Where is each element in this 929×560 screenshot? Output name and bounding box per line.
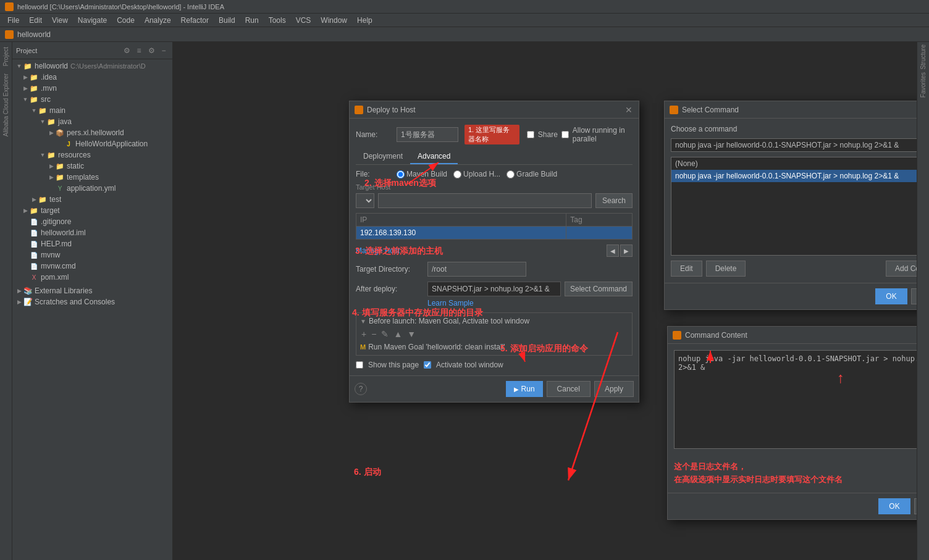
deploy-close-btn[interactable]: ✕ [624, 105, 634, 115]
close-icon[interactable]: − [159, 46, 169, 56]
arrow-ext: ▶ [15, 286, 23, 295]
menu-build[interactable]: Build [214, 15, 240, 26]
after-deploy-command: SNAPSHOT.jar > nohup.log 2>&1 & [427, 282, 561, 296]
arrow-java: ▼ [38, 117, 47, 126]
tree-item-idea[interactable]: ▶ 📁 .idea [12, 72, 172, 83]
tree-item-mvnw[interactable]: ▶ 📄 mvnw [12, 249, 172, 261]
tree-item-package[interactable]: ▶ 📦 pers.xl.helloworld [12, 127, 172, 138]
tree-item-mvnwcmd[interactable]: ▶ 📄 mvnw.cmd [12, 261, 172, 272]
cmd-content-ok-button[interactable]: OK [878, 498, 910, 514]
tree-item-templates[interactable]: ▶ 📁 templates [12, 172, 172, 183]
menu-analyze[interactable]: Analyze [140, 15, 176, 26]
cmd-content-cancel-button[interactable]: Cancel [914, 498, 917, 514]
project-bar: helloworld [0, 27, 929, 42]
settings-icon[interactable]: ⚙ [122, 46, 132, 56]
search-button[interactable]: Search [595, 193, 633, 208]
show-page-checkbox[interactable] [356, 361, 363, 369]
add-tool-btn[interactable]: + [360, 329, 368, 339]
select-cmd-footer: OK Cancel [665, 283, 917, 309]
next-btn[interactable]: ▶ [620, 244, 633, 257]
manage-host-link[interactable]: Manage Host [356, 246, 400, 255]
cancel-button[interactable]: Cancel [547, 381, 591, 397]
menu-help[interactable]: Help [352, 15, 377, 26]
title-bar: helloworld [C:\Users\Administrator\Deskt… [0, 0, 929, 14]
arrow-package: ▶ [47, 128, 56, 137]
allow-parallel-checkbox[interactable] [561, 131, 569, 138]
command-list-box: (None) nohup java -jar helloworld-0.0.1-… [671, 157, 917, 256]
tree-item-test[interactable]: ▶ 📁 test [12, 194, 172, 205]
tree-item-java[interactable]: ▼ 📁 java [12, 116, 172, 127]
command-search-input[interactable] [671, 138, 917, 152]
tree-item-pomxml[interactable]: ▶ X pom.xml [12, 272, 172, 283]
help-button[interactable]: ? [355, 383, 367, 395]
menu-window[interactable]: Window [316, 15, 352, 26]
target-dir-input[interactable] [427, 262, 526, 277]
cmd-list-item-selected[interactable]: nohup java -jar helloworld-0.0.1-SNAPSHO… [671, 170, 917, 182]
tree-item-root[interactable]: ▼ 📁 helloworld C:\Users\Administrator\D [12, 61, 172, 72]
menu-tools[interactable]: Tools [264, 15, 291, 26]
maven-goal-row: M Run Maven Goal 'helloworld: clean inst… [360, 343, 628, 351]
app-icon [5, 2, 14, 11]
menu-run[interactable]: Run [240, 15, 264, 26]
menu-vcs[interactable]: VCS [291, 15, 316, 26]
tree-item-appyml[interactable]: ▶ Y application.yml [12, 183, 172, 194]
arrow-mvn: ▶ [21, 84, 30, 93]
menu-edit[interactable]: Edit [24, 15, 47, 26]
side-label-cloud[interactable]: Alibaba Cloud Explorer [2, 73, 9, 136]
up-tool-btn[interactable]: ▲ [392, 329, 403, 339]
tree-item-mvn[interactable]: ▶ 📁 .mvn [12, 83, 172, 94]
tree-item-iml[interactable]: ▶ 📄 helloworld.iml [12, 227, 172, 238]
tree-item-src[interactable]: ▼ 📁 src [12, 94, 172, 105]
target-host-input[interactable] [378, 193, 592, 208]
cmd-content-body: nohup java -jar helloworld-0.0.1-SNAPSHO… [668, 344, 917, 493]
run-button[interactable]: ▶ Run [506, 381, 543, 397]
tree-item-help[interactable]: ▶ 📄 HELP.md [12, 238, 172, 249]
tab-deployment[interactable]: Deployment [356, 149, 410, 164]
structure-label[interactable]: Structure [920, 44, 927, 70]
radio-maven: Maven Build [397, 170, 447, 178]
menu-code[interactable]: Code [112, 15, 140, 26]
cmd-list-item-none[interactable]: (None) [671, 157, 917, 170]
select-cmd-cancel-button[interactable]: Cancel [911, 288, 917, 304]
activate-tool-window-checkbox[interactable] [424, 361, 431, 369]
apply-button[interactable]: Apply [594, 381, 634, 397]
deploy-dialog-icon [355, 106, 363, 114]
menu-view[interactable]: View [47, 15, 73, 26]
host-table: IP Tag 192.168.139.130 [356, 213, 633, 240]
gear-icon[interactable]: ⚙ [146, 46, 156, 56]
edit-button[interactable]: Edit [671, 261, 702, 277]
tree-item-scratches[interactable]: ▶ 📝 Scratches and Consoles [12, 296, 172, 307]
tree-item-resources[interactable]: ▼ 📁 resources [12, 149, 172, 161]
yaml-icon: Y [56, 184, 64, 193]
tree-item-static[interactable]: ▶ 📁 static [12, 161, 172, 172]
name-input[interactable] [397, 127, 458, 142]
target-host-section-label: Target Host [356, 183, 633, 191]
delete-button[interactable]: Delete [706, 261, 746, 277]
tree-item-ext-libs[interactable]: ▶ 📚 External Libraries [12, 285, 172, 296]
tab-advanced[interactable]: Advanced [410, 149, 458, 164]
menu-refactor[interactable]: Refactor [176, 15, 214, 26]
remove-tool-btn[interactable]: − [370, 329, 377, 339]
favorites-label[interactable]: Favorites [920, 72, 927, 98]
tree-item-target[interactable]: ▶ 📁 target [12, 205, 172, 216]
down-tool-btn[interactable]: ▼ [406, 329, 417, 339]
menu-file[interactable]: File [2, 15, 24, 26]
menu-navigate[interactable]: Navigate [73, 15, 112, 26]
tree-item-hwapp[interactable]: ▶ J HelloWorldApplication [12, 138, 172, 149]
edit-tool-btn[interactable]: ✎ [380, 329, 390, 339]
learn-sample-link[interactable]: Learn Sample [427, 299, 474, 307]
layout-icon[interactable]: ≡ [134, 46, 144, 56]
tree-item-main[interactable]: ▼ 📁 main [12, 105, 172, 116]
select-cmd-ok-button[interactable]: OK [875, 288, 907, 304]
share-checkbox[interactable] [527, 131, 534, 138]
add-command-button[interactable]: Add Command [886, 261, 917, 277]
tree-item-gitignore[interactable]: ▶ 📄 .gitignore [12, 216, 172, 227]
cmd-content-textarea[interactable]: nohup java -jar helloworld-0.0.1-SNAPSHO… [674, 350, 917, 449]
target-host-select[interactable] [356, 193, 374, 208]
arrow-main: ▼ [30, 106, 38, 115]
side-label-project[interactable]: Project [2, 47, 9, 66]
table-row[interactable]: 192.168.139.130 [356, 227, 633, 240]
triangle-icon: ▼ [360, 318, 366, 325]
select-command-button[interactable]: Select Command [565, 282, 633, 296]
prev-btn[interactable]: ◀ [607, 244, 619, 257]
